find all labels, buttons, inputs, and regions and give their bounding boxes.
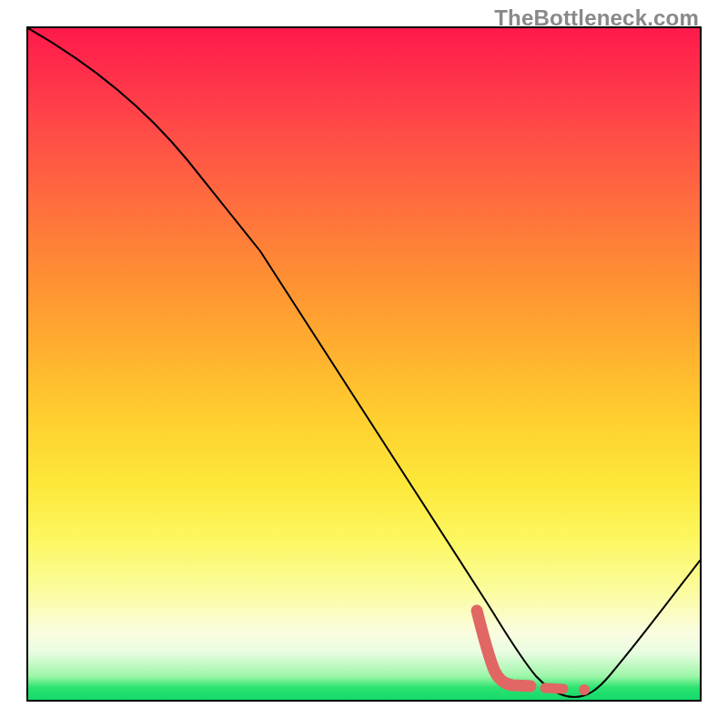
optimal-marker-dash: [545, 688, 563, 689]
plot-area: [26, 26, 702, 702]
chart-svg: [28, 28, 700, 700]
bottleneck-curve: [28, 28, 700, 697]
optimal-marker-L: [477, 611, 531, 686]
optimal-marker-dot: [579, 684, 590, 695]
chart-frame: TheBottleneck.com: [0, 0, 728, 728]
